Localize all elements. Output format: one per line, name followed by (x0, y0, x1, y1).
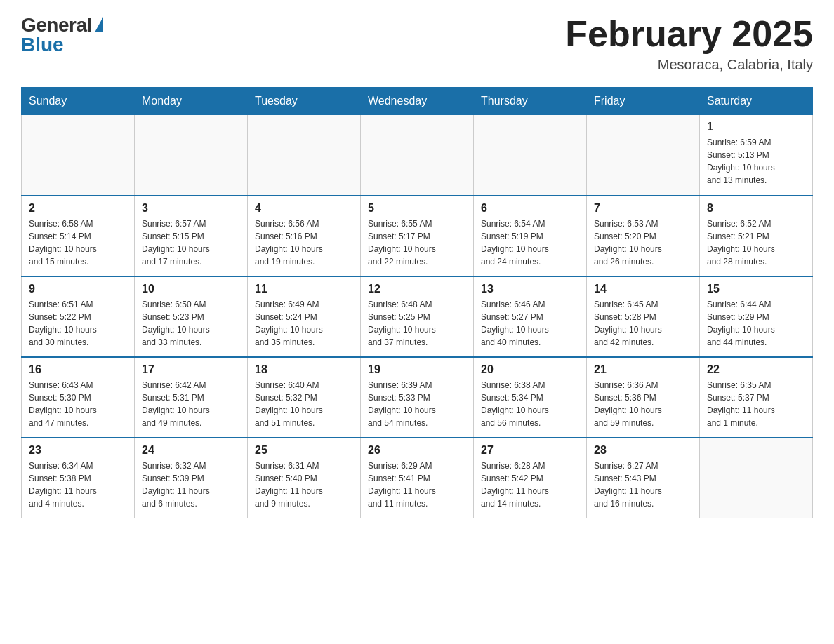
week-row-2: 2Sunrise: 6:58 AM Sunset: 5:14 PM Daylig… (22, 196, 813, 276)
calendar-cell: 23Sunrise: 6:34 AM Sunset: 5:38 PM Dayli… (22, 438, 135, 518)
day-info: Sunrise: 6:34 AM Sunset: 5:38 PM Dayligh… (29, 459, 127, 510)
calendar-cell: 25Sunrise: 6:31 AM Sunset: 5:40 PM Dayli… (248, 438, 361, 518)
calendar-cell: 7Sunrise: 6:53 AM Sunset: 5:20 PM Daylig… (587, 196, 700, 276)
calendar-cell: 17Sunrise: 6:42 AM Sunset: 5:31 PM Dayli… (135, 357, 248, 438)
day-number: 18 (255, 363, 353, 376)
day-info: Sunrise: 6:29 AM Sunset: 5:41 PM Dayligh… (368, 459, 466, 510)
calendar-cell: 3Sunrise: 6:57 AM Sunset: 5:15 PM Daylig… (135, 196, 248, 276)
calendar-cell: 19Sunrise: 6:39 AM Sunset: 5:33 PM Dayli… (361, 357, 474, 438)
day-info: Sunrise: 6:46 AM Sunset: 5:27 PM Dayligh… (481, 298, 579, 349)
header-friday: Friday (587, 88, 700, 115)
day-number: 25 (255, 444, 353, 457)
header-sunday: Sunday (22, 88, 135, 115)
calendar-cell: 27Sunrise: 6:28 AM Sunset: 5:42 PM Dayli… (474, 438, 587, 518)
page-header: General Blue February 2025 Mesoraca, Cal… (21, 14, 813, 73)
calendar-cell: 14Sunrise: 6:45 AM Sunset: 5:28 PM Dayli… (587, 276, 700, 357)
day-number: 28 (594, 444, 692, 457)
calendar-cell: 12Sunrise: 6:48 AM Sunset: 5:25 PM Dayli… (361, 276, 474, 357)
week-row-4: 16Sunrise: 6:43 AM Sunset: 5:30 PM Dayli… (22, 357, 813, 438)
day-info: Sunrise: 6:48 AM Sunset: 5:25 PM Dayligh… (368, 298, 466, 349)
header-thursday: Thursday (474, 88, 587, 115)
calendar-cell: 13Sunrise: 6:46 AM Sunset: 5:27 PM Dayli… (474, 276, 587, 357)
day-number: 2 (29, 202, 127, 215)
calendar-cell: 5Sunrise: 6:55 AM Sunset: 5:17 PM Daylig… (361, 196, 474, 276)
day-number: 22 (707, 363, 805, 376)
day-number: 5 (368, 202, 466, 215)
day-number: 14 (594, 283, 692, 295)
logo-blue-label: Blue (21, 34, 64, 56)
header-wednesday: Wednesday (361, 88, 474, 115)
calendar-cell: 6Sunrise: 6:54 AM Sunset: 5:19 PM Daylig… (474, 196, 587, 276)
title-block: February 2025 Mesoraca, Calabria, Italy (565, 14, 813, 73)
day-info: Sunrise: 6:32 AM Sunset: 5:39 PM Dayligh… (142, 459, 240, 510)
day-info: Sunrise: 6:38 AM Sunset: 5:34 PM Dayligh… (481, 379, 579, 429)
header-monday: Monday (135, 88, 248, 115)
calendar-cell: 28Sunrise: 6:27 AM Sunset: 5:43 PM Dayli… (587, 438, 700, 518)
day-info: Sunrise: 6:31 AM Sunset: 5:40 PM Dayligh… (255, 459, 353, 510)
day-info: Sunrise: 6:35 AM Sunset: 5:37 PM Dayligh… (707, 379, 805, 429)
day-info: Sunrise: 6:56 AM Sunset: 5:16 PM Dayligh… (255, 217, 353, 268)
day-number: 24 (142, 444, 240, 457)
calendar-cell: 10Sunrise: 6:50 AM Sunset: 5:23 PM Dayli… (135, 276, 248, 357)
calendar-cell: 24Sunrise: 6:32 AM Sunset: 5:39 PM Dayli… (135, 438, 248, 518)
day-info: Sunrise: 6:49 AM Sunset: 5:24 PM Dayligh… (255, 298, 353, 349)
calendar-cell: 15Sunrise: 6:44 AM Sunset: 5:29 PM Dayli… (700, 276, 813, 357)
calendar-cell (587, 115, 700, 196)
calendar-cell: 21Sunrise: 6:36 AM Sunset: 5:36 PM Dayli… (587, 357, 700, 438)
day-number: 21 (594, 363, 692, 376)
day-info: Sunrise: 6:42 AM Sunset: 5:31 PM Dayligh… (142, 379, 240, 429)
day-info: Sunrise: 6:59 AM Sunset: 5:13 PM Dayligh… (707, 136, 805, 187)
day-number: 7 (594, 202, 692, 215)
day-number: 15 (707, 283, 805, 295)
logo-triangle-icon (95, 17, 103, 32)
calendar-cell: 18Sunrise: 6:40 AM Sunset: 5:32 PM Dayli… (248, 357, 361, 438)
day-info: Sunrise: 6:52 AM Sunset: 5:21 PM Dayligh… (707, 217, 805, 268)
header-tuesday: Tuesday (248, 88, 361, 115)
day-number: 26 (368, 444, 466, 457)
day-info: Sunrise: 6:50 AM Sunset: 5:23 PM Dayligh… (142, 298, 240, 349)
day-info: Sunrise: 6:55 AM Sunset: 5:17 PM Dayligh… (368, 217, 466, 268)
day-number: 6 (481, 202, 579, 215)
week-row-3: 9Sunrise: 6:51 AM Sunset: 5:22 PM Daylig… (22, 276, 813, 357)
day-info: Sunrise: 6:53 AM Sunset: 5:20 PM Dayligh… (594, 217, 692, 268)
day-info: Sunrise: 6:58 AM Sunset: 5:14 PM Dayligh… (29, 217, 127, 268)
day-number: 12 (368, 283, 466, 295)
calendar-cell: 20Sunrise: 6:38 AM Sunset: 5:34 PM Dayli… (474, 357, 587, 438)
weekday-header-row: Sunday Monday Tuesday Wednesday Thursday… (22, 88, 813, 115)
day-number: 8 (707, 202, 805, 215)
calendar-cell: 9Sunrise: 6:51 AM Sunset: 5:22 PM Daylig… (22, 276, 135, 357)
header-saturday: Saturday (700, 88, 813, 115)
day-number: 11 (255, 283, 353, 295)
day-info: Sunrise: 6:54 AM Sunset: 5:19 PM Dayligh… (481, 217, 579, 268)
day-number: 19 (368, 363, 466, 376)
calendar-cell: 8Sunrise: 6:52 AM Sunset: 5:21 PM Daylig… (700, 196, 813, 276)
calendar-cell: 1Sunrise: 6:59 AM Sunset: 5:13 PM Daylig… (700, 115, 813, 196)
week-row-1: 1Sunrise: 6:59 AM Sunset: 5:13 PM Daylig… (22, 115, 813, 196)
calendar-cell: 26Sunrise: 6:29 AM Sunset: 5:41 PM Dayli… (361, 438, 474, 518)
day-info: Sunrise: 6:28 AM Sunset: 5:42 PM Dayligh… (481, 459, 579, 510)
day-info: Sunrise: 6:51 AM Sunset: 5:22 PM Dayligh… (29, 298, 127, 349)
calendar-cell (474, 115, 587, 196)
calendar-cell: 22Sunrise: 6:35 AM Sunset: 5:37 PM Dayli… (700, 357, 813, 438)
day-number: 23 (29, 444, 127, 457)
day-info: Sunrise: 6:36 AM Sunset: 5:36 PM Dayligh… (594, 379, 692, 429)
calendar-cell (248, 115, 361, 196)
day-number: 27 (481, 444, 579, 457)
calendar-title: February 2025 (565, 14, 813, 54)
calendar-table: Sunday Monday Tuesday Wednesday Thursday… (21, 87, 813, 518)
week-row-5: 23Sunrise: 6:34 AM Sunset: 5:38 PM Dayli… (22, 438, 813, 518)
calendar-cell (135, 115, 248, 196)
day-info: Sunrise: 6:39 AM Sunset: 5:33 PM Dayligh… (368, 379, 466, 429)
day-number: 9 (29, 283, 127, 295)
day-number: 16 (29, 363, 127, 376)
calendar-cell: 16Sunrise: 6:43 AM Sunset: 5:30 PM Dayli… (22, 357, 135, 438)
day-number: 13 (481, 283, 579, 295)
day-number: 10 (142, 283, 240, 295)
calendar-cell (22, 115, 135, 196)
day-number: 20 (481, 363, 579, 376)
day-number: 17 (142, 363, 240, 376)
calendar-cell: 4Sunrise: 6:56 AM Sunset: 5:16 PM Daylig… (248, 196, 361, 276)
calendar-subtitle: Mesoraca, Calabria, Italy (565, 57, 813, 73)
calendar-cell: 2Sunrise: 6:58 AM Sunset: 5:14 PM Daylig… (22, 196, 135, 276)
day-number: 1 (707, 121, 805, 133)
